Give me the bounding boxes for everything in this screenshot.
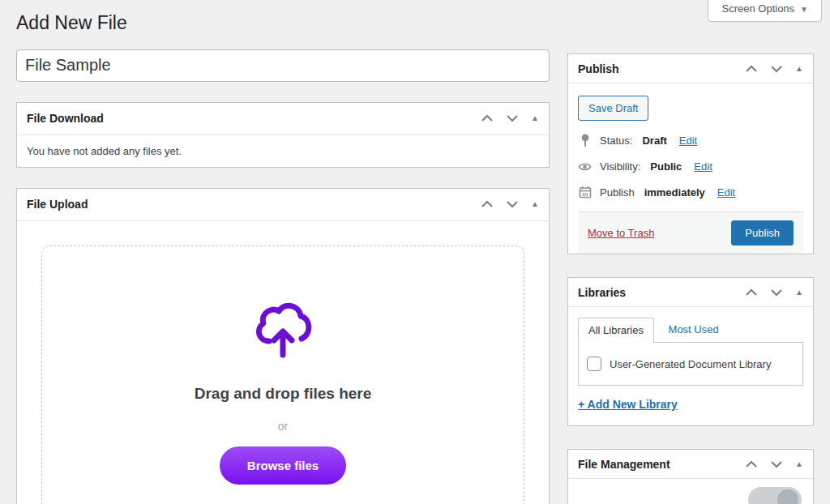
file-download-header[interactable]: File Download ▲ <box>17 103 549 135</box>
browse-files-button[interactable]: Browse files <box>220 446 346 485</box>
toggle-knob-icon <box>777 489 798 504</box>
move-up-button[interactable] <box>745 64 758 74</box>
chevron-up-icon <box>745 459 758 469</box>
calendar-icon <box>578 186 592 199</box>
eye-icon <box>578 162 592 172</box>
tab-all-libraries[interactable]: All Libraries <box>578 318 654 343</box>
file-management-title: File Management <box>578 458 670 471</box>
move-up-button[interactable] <box>745 459 758 469</box>
file-management-metabox: File Management ▲ <box>567 449 814 504</box>
libraries-panel: User-Generated Document Library <box>578 342 803 386</box>
file-management-body <box>568 479 813 504</box>
cloud-upload-icon <box>250 298 316 358</box>
move-up-button[interactable] <box>745 288 758 297</box>
visibility-row: Visibility: Public Edit <box>578 160 803 173</box>
publish-header[interactable]: Publish ▲ <box>568 54 813 83</box>
toggle-switch[interactable] <box>748 487 802 504</box>
post-title-input[interactable] <box>16 49 550 82</box>
visibility-edit-link[interactable]: Edit <box>694 160 712 173</box>
library-list-item: User-Generated Document Library <box>587 357 794 371</box>
status-row: Status: Draft Edit <box>578 134 803 147</box>
save-draft-button[interactable]: Save Draft <box>578 96 648 121</box>
collapse-triangle-icon[interactable]: ▲ <box>795 460 803 468</box>
schedule-value: immediately <box>644 186 705 199</box>
chevron-down-icon: ▼ <box>800 5 808 14</box>
libraries-title: Libraries <box>578 286 626 299</box>
chevron-down-icon <box>770 459 783 469</box>
add-new-library-link[interactable]: + Add New Library <box>578 398 678 411</box>
status-label: Status: <box>600 135 632 147</box>
dropzone-or-label: or <box>42 420 524 433</box>
screen-options-button[interactable]: Screen Options▼ <box>708 0 822 22</box>
publish-body: Save Draft Status: Draft Edit Visibility… <box>568 83 813 254</box>
pin-icon <box>578 134 592 147</box>
collapse-triangle-icon[interactable]: ▲ <box>531 200 539 208</box>
chevron-down-icon <box>770 288 783 297</box>
move-down-button[interactable] <box>770 288 783 297</box>
chevron-up-icon <box>481 113 494 123</box>
collapse-triangle-icon[interactable]: ▲ <box>531 114 539 122</box>
chevron-down-icon <box>506 199 519 209</box>
move-down-button[interactable] <box>770 64 783 74</box>
file-upload-title: File Upload <box>27 198 88 211</box>
file-download-title: File Download <box>27 112 104 125</box>
move-down-button[interactable] <box>506 113 519 123</box>
collapse-triangle-icon[interactable]: ▲ <box>795 65 803 73</box>
sidebar: Publish ▲ Save Draft Status: Draft Edit <box>567 53 814 504</box>
publish-title: Publish <box>578 62 619 75</box>
schedule-label: Publish <box>600 186 635 199</box>
libraries-metabox: Libraries ▲ All Libraries Most Used User… <box>567 277 814 426</box>
file-management-header[interactable]: File Management ▲ <box>568 450 813 479</box>
chevron-up-icon <box>481 199 494 209</box>
screen-options-label: Screen Options <box>721 2 794 15</box>
libraries-header[interactable]: Libraries ▲ <box>568 278 813 307</box>
file-upload-body: Drag and drop files here or Browse files <box>17 221 549 504</box>
file-upload-metabox: File Upload ▲ Drag and drop files here o… <box>16 188 550 504</box>
status-edit-link[interactable]: Edit <box>679 135 697 147</box>
page-title: Add New File <box>16 11 550 36</box>
publish-metabox: Publish ▲ Save Draft Status: Draft Edit <box>567 53 814 254</box>
schedule-row: Publish immediately Edit <box>578 186 803 199</box>
publish-button[interactable]: Publish <box>731 220 794 246</box>
move-down-button[interactable] <box>770 459 783 469</box>
visibility-label: Visibility: <box>600 160 640 173</box>
tab-most-used[interactable]: Most Used <box>657 318 730 341</box>
status-value: Draft <box>642 135 666 147</box>
file-download-empty-message: You have not added any files yet. <box>27 145 182 157</box>
move-up-button[interactable] <box>481 199 494 209</box>
chevron-down-icon <box>506 113 519 123</box>
move-up-button[interactable] <box>481 113 494 123</box>
move-down-button[interactable] <box>506 199 519 209</box>
chevron-down-icon <box>770 64 783 74</box>
visibility-value: Public <box>650 160 682 173</box>
file-download-metabox: File Download ▲ You have not added any f… <box>16 102 550 168</box>
file-dropzone[interactable]: Drag and drop files here or Browse files <box>41 246 524 504</box>
library-checkbox[interactable] <box>587 357 601 371</box>
file-upload-header[interactable]: File Upload ▲ <box>17 189 549 221</box>
main-column: Add New File File Download ▲ You have no… <box>16 0 550 504</box>
publish-footer: Move to Trash Publish <box>578 211 803 254</box>
library-item-label: User-Generated Document Library <box>610 358 771 370</box>
move-to-trash-link[interactable]: Move to Trash <box>588 227 654 239</box>
libraries-tabs: All Libraries Most Used <box>578 317 803 342</box>
dropzone-heading: Drag and drop files here <box>42 385 524 403</box>
chevron-up-icon <box>745 288 758 297</box>
schedule-edit-link[interactable]: Edit <box>717 186 735 199</box>
libraries-body: All Libraries Most Used User-Generated D… <box>568 307 813 425</box>
chevron-up-icon <box>745 64 758 74</box>
file-download-body: You have not added any files yet. <box>17 135 549 167</box>
collapse-triangle-icon[interactable]: ▲ <box>795 288 803 297</box>
